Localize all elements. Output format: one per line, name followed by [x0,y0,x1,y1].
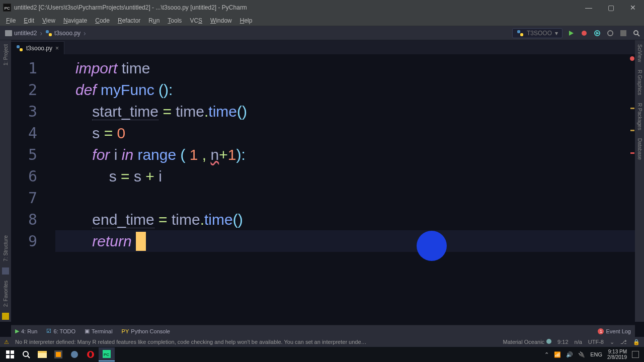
status-bar: ⚠ No R interpreter defined: Many R relat… [0,337,644,347]
debug-button[interactable] [580,29,589,38]
svg-rect-18 [6,355,10,358]
svg-rect-16 [6,350,10,354]
error-marker[interactable] [630,152,634,154]
python-console-icon: PY [122,328,129,334]
menu-file[interactable]: File [3,16,19,25]
status-theme[interactable]: Material Oceanic [503,339,552,345]
status-message: No R interpreter defined: Many R related… [15,339,367,345]
line-number: 2 [11,79,46,101]
var-i: i [158,168,162,185]
attach-button[interactable] [606,29,615,38]
right-tool-rail: SciView R Graphics R Packages Database [635,40,644,322]
crumb-file-label: t3sooo.py [54,30,80,37]
tray-volume-icon[interactable]: 🔊 [566,351,573,358]
status-encoding[interactable]: UTF-8 [588,339,604,345]
taskbar-pycharm[interactable]: PC [99,347,115,361]
crumb-file[interactable]: t3sooo.py [43,30,83,37]
tool-todo[interactable]: ☑6: TODO [46,328,75,334]
tray-clock[interactable]: 9:13 PM 2/8/2019 [607,349,627,360]
fold-gutter [46,54,55,322]
tray-language[interactable]: ENG [590,351,602,357]
tool-structure[interactable]: 7: Structure [2,231,10,265]
tool-sciview[interactable]: SciView [636,40,643,66]
run-icon: ▶ [15,328,19,334]
stop-button[interactable] [619,29,628,38]
maximize-button[interactable]: ▢ [600,0,622,15]
chevron-down-icon: ▾ [555,30,558,37]
run-coverage-button[interactable] [593,29,602,38]
menu-refactor[interactable]: Refactor [115,16,143,25]
run-config-selector[interactable]: T3SOOO ▾ [512,28,562,38]
tool-python-console[interactable]: PYPython Console [122,328,170,334]
tool-pyconsole-label: Python Console [131,328,170,334]
var-s: s [92,125,100,141]
close-tab-icon[interactable]: × [55,45,59,52]
taskbar-app[interactable] [66,347,83,361]
svg-text:PC: PC [5,6,10,11]
tool-favorites[interactable]: 2: Favorites [2,277,10,311]
taskbar-explorer[interactable] [34,347,50,361]
line-gutter: 1 2 3 4 5 6 7 8 9 [11,54,46,322]
line-number: 9 [11,230,46,252]
search-button[interactable] [18,347,34,361]
windows-taskbar: PC ⌃ 📶 🔊 🔌 ENG 9:13 PM 2/8/2019 [0,347,644,362]
svg-marker-6 [569,31,574,36]
editor-area[interactable]: 1 2 3 4 5 6 7 8 9 import time def myFunc… [11,54,635,322]
menu-window[interactable]: Window [207,16,235,25]
dot: . [200,211,204,228]
warn-marker[interactable] [630,108,634,109]
tray-power-icon[interactable]: 🔌 [578,351,585,358]
warn-marker[interactable] [630,130,634,131]
op: = [121,168,130,185]
svg-line-21 [28,356,30,358]
taskbar-sublime[interactable] [50,347,66,361]
menu-help[interactable]: Help [237,16,256,25]
line-number: 6 [11,165,46,187]
tool-rpackages[interactable]: R Packages [636,99,643,134]
tray-time: 9:13 PM [607,349,627,354]
tool-rgraphics[interactable]: R Graphics [636,66,643,99]
menu-bar: File Edit View Navigate Code Refactor Ru… [0,15,644,26]
tray-network-icon[interactable]: 📶 [554,351,561,358]
op: + [219,146,228,163]
line-number: 1 [11,57,46,79]
status-git[interactable]: ⎇ [620,339,627,345]
terminal-icon: ▣ [85,328,90,334]
tray-expand-icon[interactable]: ⌃ [544,351,549,358]
window-title: untitled2 [C:\Users\t3so\PycharmProjects… [14,4,247,11]
tool-run[interactable]: ▶4: Run [15,328,37,334]
status-na: n/a [575,339,582,345]
svg-rect-17 [11,350,14,354]
close-button[interactable]: ✕ [622,0,644,15]
crumb-project[interactable]: untitled2 [3,30,39,37]
menu-vcs[interactable]: VCS [187,16,205,25]
line-number: 3 [11,101,46,122]
text-cursor [136,232,146,251]
keyword: for [92,146,110,163]
tool-terminal[interactable]: ▣Terminal [85,328,113,334]
menu-tools[interactable]: Tools [165,16,185,25]
tool-database[interactable]: Database [636,134,643,164]
annotation-cursor-dot [417,231,447,261]
taskbar-opera[interactable] [83,347,99,361]
svg-rect-14 [17,45,20,48]
paren: ): [236,146,245,163]
code-editor[interactable]: import time def myFunc (): start_time = … [55,54,635,322]
tool-event-log[interactable]: Event Log [606,328,631,334]
svg-rect-23 [38,353,47,358]
menu-code[interactable]: Code [92,16,113,25]
tray-notifications-icon[interactable] [632,351,639,358]
crumb-project-label: untitled2 [14,30,37,37]
python-icon [517,30,524,37]
start-button[interactable] [2,347,18,361]
minimize-button[interactable]: — [578,0,600,15]
menu-run[interactable]: Run [145,16,163,25]
menu-navigate[interactable]: Navigate [60,16,90,25]
tool-project[interactable]: 1: Project [2,40,10,69]
editor-tab[interactable]: t3sooo.py × [11,41,64,54]
run-button[interactable] [567,29,576,38]
status-lock-icon[interactable]: 🔒 [633,339,640,345]
menu-view[interactable]: View [39,16,58,25]
menu-edit[interactable]: Edit [21,16,37,25]
search-everywhere-button[interactable] [632,29,641,38]
